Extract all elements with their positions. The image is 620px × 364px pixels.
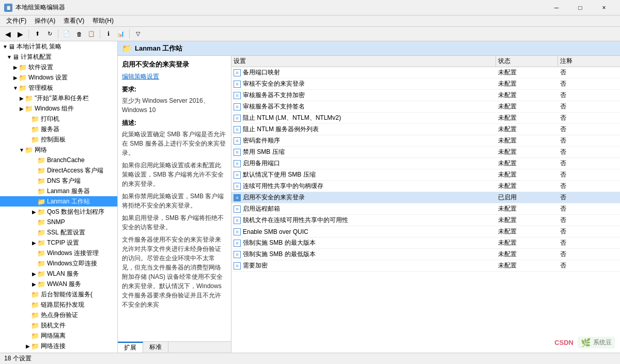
ni-icon: 📁 (31, 332, 39, 340)
tree-printer-label: 打印机 (41, 115, 59, 123)
settings-row-3[interactable]: ≡ 审核服务器不支持签名 未配置 否 (231, 101, 620, 113)
settings-row-5[interactable]: ≡ 阻止 NTLM 服务器例外列表 未配置 否 (231, 124, 620, 135)
windows-settings-icon: 📁 (19, 74, 27, 82)
row-11-name: ≡ 启用不安全的来宾登录 (231, 193, 496, 202)
tree-qos[interactable]: ▶ 📁 QoS 数据包计划程序 (0, 207, 117, 217)
settings-row-8[interactable]: ≡ 启用备用端口 未配置 否 (231, 158, 620, 169)
network-icon: 📁 (25, 146, 33, 154)
settings-row-14[interactable]: ≡ Enable SMB over QUIC 未配置 否 (231, 226, 620, 238)
tree-software-settings[interactable]: ▶ 📁 软件设置 (0, 62, 117, 72)
tree-printer[interactable]: 📁 打印机 (0, 114, 117, 124)
col-header-name[interactable]: 设置 (231, 56, 496, 67)
tree-win-connection[interactable]: 📁 Windows 连接管理 (0, 248, 117, 258)
tree-branchcache[interactable]: 📁 BranchCache (0, 155, 117, 165)
tree-directaccess[interactable]: 📁 DirectAccess 客户端 (0, 165, 117, 176)
toolbar-separator-1 (28, 29, 29, 39)
col-header-note[interactable]: 注释 (558, 56, 620, 67)
title-bar-left: 📋 本地组策略编辑器 (4, 3, 65, 12)
tree-offline[interactable]: 📁 脱机文件 (0, 320, 117, 330)
toolbar-btn-3[interactable]: 📄 (61, 28, 72, 40)
computer-config-icon: 🖥 (12, 53, 19, 61)
minimize-button[interactable]: ─ (545, 0, 568, 15)
wwan-icon: 📁 (37, 280, 45, 288)
tree-link-layer[interactable]: 📁 链路层拓扑发现 (0, 299, 117, 310)
watermark-leaf-icon: 🌿 (581, 338, 591, 347)
tree-lanman-server[interactable]: 📁 Lanman 服务器 (0, 186, 117, 196)
row-8-status: 未配置 (496, 159, 558, 168)
row-12-note: 否 (558, 204, 620, 213)
settings-row-9[interactable]: ≡ 默认情况下使用 SMB 压缩 未配置 否 (231, 169, 620, 181)
row-5-note: 否 (558, 125, 620, 134)
desc-policy-title: 启用不安全的来宾登录 (122, 60, 227, 69)
settings-row-6[interactable]: ≡ 密码套件顺序 未配置 否 (231, 135, 620, 147)
tab-extended[interactable]: 扩展 (118, 342, 143, 353)
tree-admin-templates[interactable]: ▼ 📁 管理模板 (0, 83, 117, 93)
tree-network-isolation[interactable]: 📁 网络隔离 (0, 330, 117, 341)
toolbar-btn-5[interactable]: 📋 (86, 28, 97, 40)
maximize-button[interactable]: □ (568, 0, 592, 15)
tree-hotspot[interactable]: 📁 热点身份验证 (0, 310, 117, 320)
tab-standard[interactable]: 标准 (143, 342, 168, 353)
tree-server[interactable]: 📁 服务器 (0, 124, 117, 134)
qos-icon: 📁 (37, 208, 45, 216)
up-button[interactable]: ⬆ (32, 28, 43, 40)
tree-bg-intelligent[interactable]: 📁 后台智能传送服务( (0, 289, 117, 299)
tree-network-conn[interactable]: ▶ 📁 网络连接 (0, 341, 117, 351)
settings-row-10[interactable]: ≡ 连续可用性共享中的句柄缓存 未配置 否 (231, 181, 620, 192)
col-header-status[interactable]: 状态 (496, 56, 558, 67)
row-13-icon: ≡ (234, 217, 241, 224)
toolbar-btn-6[interactable]: ℹ (103, 28, 114, 40)
tree-root[interactable]: ▼ 🖥 本地计算机 策略 (0, 41, 117, 52)
close-button[interactable]: × (592, 0, 616, 15)
tree-win-instant[interactable]: 📁 Windows立即连接 (0, 258, 117, 268)
settings-row-17[interactable]: ≡ 需要加密 未配置 否 (231, 260, 620, 272)
tree-computer-config[interactable]: ▼ 🖥 计算机配置 (0, 52, 117, 62)
forward-button[interactable]: ▶ (14, 28, 26, 40)
tree-windows-settings[interactable]: ▶ 📁 Windows 设置 (0, 72, 117, 83)
desc-para-1: 如果你启用此策略设置或者未配置此策略设置，SMB 客户端将允许不安全的来宾登录。 (122, 161, 227, 188)
settings-row-1[interactable]: ≡ 审核不安全的来宾登录 未配置 否 (231, 78, 620, 90)
settings-row-16[interactable]: ≡ 强制实施 SMB 的最低版本 未配置 否 (231, 249, 620, 260)
tree-lanman-workstation[interactable]: 📁 Lanman 工作站 (0, 196, 117, 207)
settings-row-11[interactable]: ≡ 启用不安全的来宾登录 已启用 否 (231, 192, 620, 203)
tree-network[interactable]: ▼ 📁 网络 (0, 145, 117, 155)
tree-software-label: 软件设置 (28, 63, 53, 72)
tree-dns[interactable]: 📁 DNS 客户端 (0, 176, 117, 186)
settings-row-13[interactable]: ≡ 脱机文件在连续可用性共享中的可用性 未配置 否 (231, 215, 620, 226)
row-4-note: 否 (558, 114, 620, 122)
ll-icon: 📁 (31, 301, 39, 309)
sidebar: ▼ 🖥 本地计算机 策略 ▼ 🖥 计算机配置 ▶ 📁 软件设置 ▶ 📁 Wind… (0, 41, 118, 353)
back-button[interactable]: ◀ (2, 28, 13, 40)
computer-config-arrow: ▼ (6, 54, 12, 60)
dns-arrow (31, 178, 37, 184)
tree-wwan[interactable]: ▶ 📁 WWAN 服务 (0, 279, 117, 289)
menu-action[interactable]: 操作(A) (30, 15, 59, 26)
settings-row-2[interactable]: ≡ 审核服务器不支持加密 未配置 否 (231, 90, 620, 101)
filter-button[interactable]: ▽ (132, 28, 144, 40)
tree-wlan-label: WLAN 服务 (47, 270, 79, 278)
title-bar-controls[interactable]: ─ □ × (545, 0, 616, 15)
toolbar-btn-4[interactable]: 🗑 (73, 28, 85, 40)
ni-arrow (25, 333, 31, 339)
row-9-icon: ≡ (234, 171, 241, 179)
tree-start-menu[interactable]: ▶ 📁 "开始"菜单和任务栏 (0, 93, 117, 103)
tree-wlan[interactable]: ▶ 📁 WLAN 服务 (0, 268, 117, 279)
settings-row-12[interactable]: ≡ 启用远程邮箱 未配置 否 (231, 203, 620, 215)
menu-help[interactable]: 帮助(H) (88, 15, 118, 26)
tree-control-panel[interactable]: 📁 控制面板 (0, 134, 117, 145)
row-9-name: ≡ 默认情况下使用 SMB 压缩 (231, 170, 496, 179)
tree-ssl[interactable]: 📁 SSL 配置设置 (0, 227, 117, 238)
settings-row-4[interactable]: ≡ 阻止 NTLM (LM、NTLM、NTLMv2) 未配置 否 (231, 113, 620, 124)
tree-snmp[interactable]: 📁 SNMP (0, 217, 117, 227)
menu-file[interactable]: 文件(F) (2, 15, 30, 26)
settings-row-0[interactable]: ≡ 备用端口映射 未配置 否 (231, 67, 620, 78)
settings-row-15[interactable]: ≡ 强制实施 SMB 的最大版本 未配置 否 (231, 238, 620, 249)
refresh-button[interactable]: ↻ (44, 28, 55, 40)
toolbar-btn-7[interactable]: 📊 (115, 28, 127, 40)
settings-row-7[interactable]: ≡ 禁用 SMB 压缩 未配置 否 (231, 147, 620, 158)
menu-view[interactable]: 查看(V) (59, 15, 88, 26)
tree-windows-components[interactable]: ▶ 📁 Windows 组件 (0, 103, 117, 114)
row-5-status: 未配置 (496, 125, 558, 134)
tree-tcpip[interactable]: ▶ 📁 TCPIP 设置 (0, 238, 117, 248)
desc-policy-link[interactable]: 编辑策略设置 (122, 73, 159, 80)
